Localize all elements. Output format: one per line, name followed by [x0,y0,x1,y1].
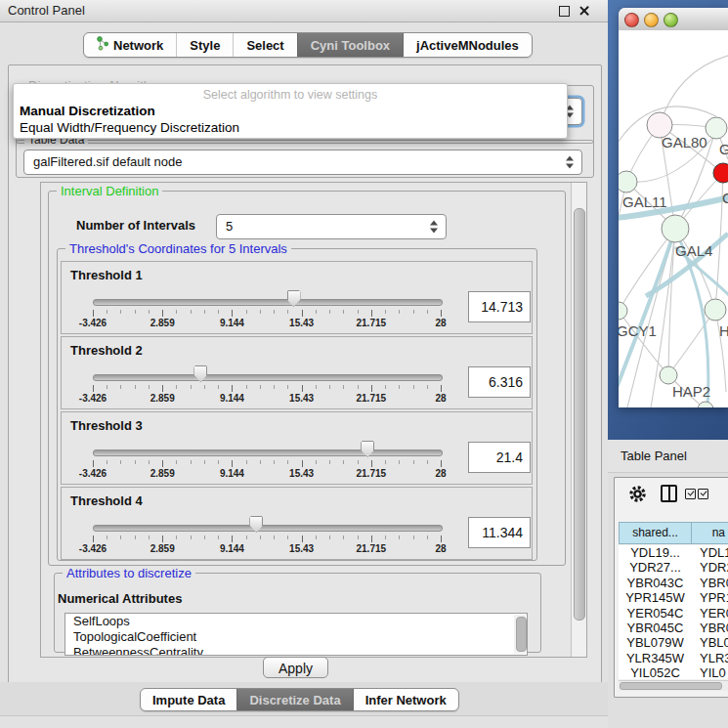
threshold-slider-track[interactable] [93,525,443,532]
number-of-intervals-combobox[interactable]: 5 [216,214,447,239]
interval-definition-group-title: Interval Definition [57,184,162,198]
cyni-toolbox-panel: Discretization Algorithm Select algorith… [8,64,602,684]
control-panel-window: Control Panel NetworkStyleSelectCyni Too… [0,0,608,728]
table-row[interactable]: YDR27...YDR2 [619,560,728,575]
table-column-header[interactable]: na [692,522,728,544]
slider-tick-marks [93,535,441,543]
tab-impute-data[interactable]: Impute Data [141,689,236,710]
table-cell: YDL19... [619,545,692,560]
tab-network[interactable]: Network [84,33,176,57]
threshold-slider-track[interactable] [93,299,443,306]
numerical-attributes-items: SelfLoopsTopologicalCoefficientBetweenne… [65,614,527,656]
threshold-value-field[interactable]: 6.316 [468,366,531,398]
number-of-intervals-value: 5 [226,219,233,234]
tab-discretize-data[interactable]: Discretize Data [236,689,352,710]
table-row[interactable]: YLR345WYLR3 [619,651,728,665]
threshold-block-1: Threshold 1-3.4262.8599.14415.4321.71528… [61,261,533,334]
table-cell: YBR0 [692,576,728,590]
tab-select[interactable]: Select [233,33,296,57]
network-node[interactable] [698,402,713,407]
network-node-g[interactable] [706,117,727,139]
tab-label: Discretize Data [249,693,340,707]
tab-label: Impute Data [152,693,225,707]
network-node-label: C [722,190,728,206]
panel-scrollbar-thumb[interactable] [574,208,585,621]
network-node-gcy1[interactable] [619,302,627,320]
threshold-value-field[interactable]: 21.4 [468,442,531,473]
table-header-row: shared...na [619,522,728,544]
threshold-slider-track[interactable] [93,374,443,381]
threshold-value-field[interactable]: 11.344 [468,517,531,548]
apply-button[interactable]: Apply [263,657,328,678]
table-data-combobox-value: galFiltered.sif default node [33,154,182,169]
table-row[interactable]: YDL19...YDL1 [619,545,728,560]
right-pane: GAL80G.CGAL11GAL4HGCY1HAP2 Table Panel [608,0,728,728]
dropdown-option-equal-width-frequency[interactable]: Equal Width/Frequency Discretization [20,120,239,135]
table-cell: YBL0 [692,635,728,650]
zoom-traffic-light-icon[interactable] [664,13,678,27]
table-cell: YIL052C [619,665,692,679]
combobox-arrows-icon [430,221,438,234]
slider-tick-labels: -3.4262.8599.14415.4321.71528 [93,318,441,328]
attributes-group-title: Attributes to discretize [63,566,195,580]
network-node-label: GCY1 [619,322,657,339]
numerical-attributes-label: Numerical Attributes [58,591,182,606]
table-row[interactable]: YIL052CYIL0 [619,665,728,679]
threshold-value-field[interactable]: 14.713 [468,291,531,322]
checkbox-icon[interactable] [685,489,696,499]
table-cell: YBR043C [619,576,692,590]
table-cell: YPR145W [619,590,692,605]
network-node-hap2[interactable] [660,366,677,384]
tab-cyni-toolbox[interactable]: Cyni Toolbox [297,33,403,57]
network-node-label: HAP2 [672,383,710,400]
attributes-list-scrollbar[interactable] [514,615,526,654]
table-row[interactable]: YBR043CYBR0 [619,576,728,590]
tab-style[interactable]: Style [176,33,233,57]
threshold-block-3: Threshold 3-3.4262.8599.14415.4321.71528… [61,411,533,485]
slider-tick-marks [93,310,441,318]
minimize-traffic-light-icon[interactable] [644,13,659,27]
table-panel-toolbar [615,478,728,521]
table-cell: YER054C [619,606,692,621]
network-node-label: GAL11 [622,193,667,210]
float-window-icon[interactable] [559,6,570,17]
table-horizontal-scrollbar[interactable] [619,680,728,691]
slider-tick-marks [93,385,441,393]
table-column-header[interactable]: shared... [619,522,692,544]
tab-label: jActiveMNodules [416,38,519,53]
network-node-h[interactable] [705,299,726,321]
threshold-slider-track[interactable] [93,450,443,456]
table-panel-title: Table Panel [621,440,687,472]
close-icon[interactable] [578,4,591,18]
attribute-list-item[interactable]: BetweennessCentrality [65,645,527,656]
tab-infer-network[interactable]: Infer Network [353,689,458,710]
threshold-label: Threshold 3 [70,418,143,433]
checkbox-icon[interactable] [698,489,708,499]
numerical-attributes-list[interactable]: SelfLoopsTopologicalCoefficientBetweenne… [64,613,528,656]
attribute-list-item[interactable]: SelfLoops [65,614,527,629]
table-cell: YDR2 [692,560,728,575]
close-traffic-light-icon[interactable] [624,13,639,27]
table-cell: YPR1 [692,590,728,605]
table-row[interactable]: YER054CYER0 [619,606,728,621]
algorithm-dropdown-popup: Select algorithm to view settings Manual… [13,83,568,139]
attributes-list-scrollbar-thumb[interactable] [516,617,527,652]
table-row[interactable]: YBR045CYBR0 [619,621,728,635]
network-canvas[interactable]: GAL80G.CGAL11GAL4HGCY1HAP2 [619,30,728,407]
network-window-titlebar[interactable] [619,8,728,31]
table-horizontal-scrollbar-thumb[interactable] [620,682,722,690]
number-of-intervals-label: Number of Intervals [76,218,195,233]
tab-label: Style [190,38,220,53]
tab-jactivemnodules[interactable]: jActiveMNodules [403,33,532,57]
column-layout-icon[interactable] [661,485,677,502]
table-row[interactable]: YBL079WYBL0 [619,635,728,650]
attribute-list-item[interactable]: TopologicalCoefficient [65,629,527,645]
dropdown-option-manual-discretization[interactable]: Manual Discretization [20,104,155,118]
network-node-gal4[interactable] [662,215,689,242]
table-data-combobox[interactable]: galFiltered.sif default node [23,150,582,175]
table-row[interactable]: YPR145WYPR1 [619,590,728,605]
gear-icon[interactable] [629,486,646,506]
network-node-c[interactable] [713,163,728,183]
panel-scrollbar[interactable] [571,183,586,657]
network-node-gal11[interactable] [619,171,637,193]
